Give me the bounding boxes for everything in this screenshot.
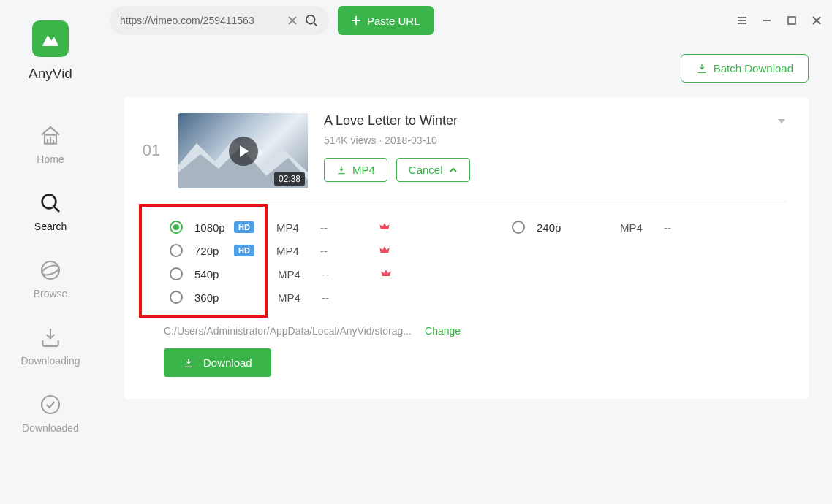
play-icon <box>229 137 258 166</box>
resolution-label: 360p <box>194 291 235 304</box>
search-icon <box>39 191 62 215</box>
format-option[interactable]: 540pMP4-- <box>146 262 445 286</box>
radio-icon[interactable] <box>170 244 183 257</box>
video-thumbnail[interactable]: 02:38 <box>178 113 308 188</box>
svg-line-12 <box>314 23 317 26</box>
video-duration: 02:38 <box>274 172 305 186</box>
divider <box>178 202 787 202</box>
crown-icon <box>379 221 390 234</box>
resolution-label: 240p <box>537 221 578 234</box>
size-label: -- <box>322 268 358 280</box>
download-icon <box>336 165 347 175</box>
radio-icon[interactable] <box>170 221 183 234</box>
maximize-icon[interactable] <box>785 15 798 26</box>
search-icon[interactable] <box>304 13 319 28</box>
video-header: 01 02:38 A Love Letter to Winter 514K vi… <box>140 113 787 188</box>
size-label: -- <box>664 221 700 234</box>
mp4-label: MP4 <box>352 164 375 176</box>
download-icon <box>183 357 194 369</box>
sidebar-item-search[interactable]: Search <box>0 178 101 245</box>
sidebar-item-label: Home <box>37 153 64 165</box>
browse-icon <box>39 259 62 282</box>
main: Paste URL Batch Download 01 <box>101 0 832 504</box>
format-label: MP4 <box>620 221 664 234</box>
format-option[interactable]: 360pMP4-- <box>146 286 445 309</box>
size-label: -- <box>320 245 357 257</box>
size-label: -- <box>322 291 358 304</box>
svg-line-5 <box>54 207 59 212</box>
format-label: MP4 <box>276 221 320 234</box>
svg-marker-26 <box>778 119 785 123</box>
video-meta: 514K views · 2018-03-10 <box>324 134 787 146</box>
result-card: 01 02:38 A Love Letter to Winter 514K vi… <box>124 97 809 399</box>
svg-point-8 <box>42 396 59 413</box>
batch-download-button[interactable]: Batch Download <box>681 54 809 83</box>
hd-badge: HD <box>234 221 254 233</box>
sidebar: AnyVid Home Search Browse Downloading Do… <box>0 0 101 504</box>
sidebar-item-label: Downloaded <box>22 422 79 434</box>
resolution-label: 1080p <box>194 221 235 234</box>
video-index: 01 <box>140 113 162 160</box>
format-option[interactable]: 720pHDMP4-- <box>146 239 445 262</box>
batch-download-label: Batch Download <box>714 62 793 75</box>
format-option[interactable]: 240pMP4-- <box>488 215 787 239</box>
radio-icon[interactable] <box>170 267 183 280</box>
app-logo <box>32 20 69 57</box>
downloaded-icon <box>39 393 62 416</box>
download-icon <box>696 63 708 75</box>
downloading-icon <box>39 326 62 349</box>
radio-icon[interactable] <box>512 221 525 234</box>
plus-icon <box>351 15 361 26</box>
search-box <box>110 6 329 35</box>
save-path-row: C:/Users/Administrator/AppData/Local/Any… <box>140 325 787 337</box>
sidebar-item-downloading[interactable]: Downloading <box>0 313 101 380</box>
window-controls <box>735 15 823 26</box>
search-input[interactable] <box>120 15 287 26</box>
download-button[interactable]: Download <box>164 348 271 377</box>
sidebar-item-browse[interactable]: Browse <box>0 245 101 313</box>
resolution-label: 720p <box>194 245 235 257</box>
format-label: MP4 <box>278 268 322 280</box>
clear-icon[interactable] <box>287 15 298 26</box>
format-label: MP4 <box>278 291 322 304</box>
resolution-label: 540p <box>194 268 235 280</box>
sidebar-item-home[interactable]: Home <box>0 111 101 178</box>
menu-icon[interactable] <box>735 15 749 26</box>
format-option[interactable]: 1080pHDMP4-- <box>146 215 445 239</box>
hd-badge: HD <box>234 245 254 256</box>
download-label: Download <box>203 356 252 369</box>
radio-icon[interactable] <box>170 291 183 304</box>
app-name: AnyVid <box>29 66 72 82</box>
svg-rect-19 <box>788 17 795 24</box>
sidebar-item-label: Search <box>34 221 67 232</box>
close-icon[interactable] <box>810 15 823 26</box>
svg-point-11 <box>306 15 315 24</box>
paste-url-label: Paste URL <box>367 15 420 27</box>
mp4-button[interactable]: MP4 <box>324 158 387 182</box>
crown-icon <box>379 244 390 258</box>
home-icon <box>39 124 62 148</box>
topbar: Paste URL <box>101 0 832 41</box>
cancel-label: Cancel <box>409 164 443 176</box>
svg-point-4 <box>42 195 56 209</box>
format-list: 1080pHDMP4--720pHDMP4--540pMP4--360pMP4-… <box>140 215 787 309</box>
change-path-link[interactable]: Change <box>425 325 461 337</box>
save-path: C:/Users/Administrator/AppData/Local/Any… <box>164 325 412 337</box>
content: Batch Download 01 02:38 A Love Letter to… <box>101 41 832 504</box>
chevron-up-icon <box>449 166 458 175</box>
video-title: A Love Letter to Winter <box>324 113 787 129</box>
crown-icon <box>380 267 392 281</box>
sidebar-item-downloaded[interactable]: Downloaded <box>0 380 101 447</box>
format-label: MP4 <box>276 245 320 257</box>
paste-url-button[interactable]: Paste URL <box>338 6 434 35</box>
cancel-button[interactable]: Cancel <box>396 158 470 182</box>
size-label: -- <box>320 221 357 234</box>
chevron-down-icon[interactable] <box>776 116 787 129</box>
sidebar-item-label: Browse <box>34 288 68 299</box>
minimize-icon[interactable] <box>760 15 774 26</box>
sidebar-item-label: Downloading <box>21 355 80 367</box>
